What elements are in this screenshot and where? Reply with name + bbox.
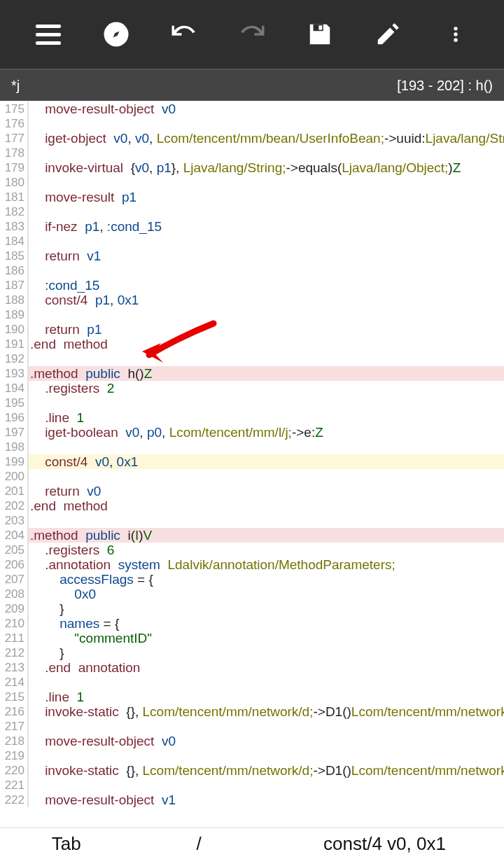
code-line[interactable]: 217 xyxy=(0,719,504,734)
code-line[interactable]: 221 xyxy=(0,778,504,792)
code-line[interactable]: 204.method public i(I)V xyxy=(0,528,504,543)
code-content[interactable]: move-result p1 xyxy=(28,190,504,204)
code-line[interactable]: 191.end method xyxy=(0,337,504,351)
code-line[interactable]: 186 xyxy=(0,263,504,278)
code-line[interactable]: 211 "commentID" xyxy=(0,631,504,645)
code-line[interactable]: 219 xyxy=(0,748,504,763)
code-line[interactable]: 220 invoke-static {}, Lcom/tencent/mm/ne… xyxy=(0,763,504,778)
code-line[interactable]: 188 const/4 p1, 0x1 xyxy=(0,293,504,307)
code-line[interactable]: 218 move-result-object v0 xyxy=(0,734,504,748)
code-line[interactable]: 195 xyxy=(0,396,504,410)
code-content[interactable]: .line 1 xyxy=(28,410,504,425)
code-line[interactable]: 183 if-nez p1, :cond_15 xyxy=(0,219,504,234)
code-content[interactable] xyxy=(28,778,504,792)
redo-button[interactable] xyxy=(218,20,286,49)
code-line[interactable]: 210 names = { xyxy=(0,616,504,631)
code-content[interactable]: iget-object v0, v0, Lcom/tencent/mm/bean… xyxy=(28,131,504,146)
code-content[interactable]: const/4 p1, 0x1 xyxy=(28,293,504,307)
overflow-menu-button[interactable] xyxy=(422,21,490,48)
code-line[interactable]: 189 xyxy=(0,307,504,322)
code-line[interactable]: 176 xyxy=(0,116,504,131)
code-content[interactable]: return v0 xyxy=(28,484,504,498)
code-line[interactable]: 209 } xyxy=(0,601,504,616)
code-line[interactable]: 193.method public h()Z xyxy=(0,366,504,381)
code-line[interactable]: 194 .registers 2 xyxy=(0,381,504,396)
code-line[interactable]: 197 iget-boolean v0, p0, Lcom/tencent/mm… xyxy=(0,425,504,440)
code-content[interactable] xyxy=(28,396,504,410)
code-content[interactable]: .end method xyxy=(28,337,504,351)
code-line[interactable]: 179 invoke-virtual {v0, p1}, Ljava/lang/… xyxy=(0,160,504,175)
code-line[interactable]: 185 return v1 xyxy=(0,249,504,263)
code-content[interactable]: } xyxy=(28,645,504,660)
code-content[interactable] xyxy=(28,146,504,160)
code-content[interactable]: move-result-object v0 xyxy=(28,102,504,116)
compass-icon[interactable] xyxy=(82,20,150,49)
code-line[interactable]: 214 xyxy=(0,675,504,690)
code-content[interactable] xyxy=(28,307,504,322)
code-line[interactable]: 215 .line 1 xyxy=(0,690,504,704)
slash-key-button[interactable]: / xyxy=(132,833,265,855)
code-line[interactable]: 200 xyxy=(0,469,504,484)
code-content[interactable]: .end annotation xyxy=(28,660,504,675)
code-line[interactable]: 177 iget-object v0, v0, Lcom/tencent/mm/… xyxy=(0,131,504,146)
code-content[interactable]: :cond_15 xyxy=(28,278,504,293)
code-content[interactable] xyxy=(28,440,504,454)
code-content[interactable]: invoke-virtual {v0, p1}, Ljava/lang/Stri… xyxy=(28,160,504,175)
code-content[interactable] xyxy=(28,748,504,763)
code-content[interactable]: .annotation system Ldalvik/annotation/Me… xyxy=(28,557,504,572)
code-line[interactable]: 187 :cond_15 xyxy=(0,278,504,293)
code-content[interactable] xyxy=(28,116,504,131)
code-line[interactable]: 213 .end annotation xyxy=(0,660,504,675)
code-content[interactable]: return p1 xyxy=(28,322,504,337)
menu-button[interactable] xyxy=(14,25,82,45)
code-content[interactable] xyxy=(28,469,504,484)
code-content[interactable]: .method public h()Z xyxy=(28,366,504,381)
code-line[interactable]: 199 const/4 v0, 0x1 xyxy=(0,454,504,469)
code-content[interactable]: if-nez p1, :cond_15 xyxy=(28,219,504,234)
edit-button[interactable] xyxy=(354,21,422,48)
code-line[interactable]: 184 xyxy=(0,234,504,249)
code-content[interactable]: invoke-static {}, Lcom/tencent/mm/networ… xyxy=(28,763,504,778)
code-line[interactable]: 178 xyxy=(0,146,504,160)
code-line[interactable]: 222 move-result-object v1 xyxy=(0,792,504,807)
code-line[interactable]: 182 xyxy=(0,204,504,219)
code-content[interactable] xyxy=(28,513,504,528)
code-content[interactable] xyxy=(28,175,504,190)
undo-button[interactable] xyxy=(150,20,218,49)
code-line[interactable]: 203 xyxy=(0,513,504,528)
code-content[interactable]: move-result-object v0 xyxy=(28,734,504,748)
code-line[interactable]: 181 move-result p1 xyxy=(0,190,504,204)
code-content[interactable]: accessFlags = { xyxy=(28,572,504,587)
code-content[interactable]: 0x0 xyxy=(28,587,504,601)
code-content[interactable]: return v1 xyxy=(28,249,504,263)
code-content[interactable]: .registers 2 xyxy=(28,381,504,396)
save-button[interactable] xyxy=(286,21,354,48)
code-line[interactable]: 190 return p1 xyxy=(0,322,504,337)
code-line[interactable]: 216 invoke-static {}, Lcom/tencent/mm/ne… xyxy=(0,704,504,719)
code-content[interactable]: } xyxy=(28,601,504,616)
code-content[interactable]: iget-boolean v0, p0, Lcom/tencent/mm/l/j… xyxy=(28,425,504,440)
code-line[interactable]: 180 xyxy=(0,175,504,190)
code-line[interactable]: 212 } xyxy=(0,645,504,660)
code-line[interactable]: 192 xyxy=(0,351,504,366)
code-line[interactable]: 205 .registers 6 xyxy=(0,543,504,557)
code-content[interactable]: const/4 v0, 0x1 xyxy=(28,454,504,469)
code-content[interactable] xyxy=(28,204,504,219)
code-line[interactable]: 207 accessFlags = { xyxy=(0,572,504,587)
code-line[interactable]: 196 .line 1 xyxy=(0,410,504,425)
code-content[interactable] xyxy=(28,719,504,734)
code-line[interactable]: 201 return v0 xyxy=(0,484,504,498)
code-content[interactable]: names = { xyxy=(28,616,504,631)
code-editor[interactable]: 175 move-result-object v0176177 iget-obj… xyxy=(0,102,504,828)
code-line[interactable]: 175 move-result-object v0 xyxy=(0,102,504,116)
code-content[interactable]: .registers 6 xyxy=(28,543,504,557)
code-line[interactable]: 202.end method xyxy=(0,498,504,513)
code-content[interactable] xyxy=(28,263,504,278)
tab-key-button[interactable]: Tab xyxy=(0,833,132,855)
code-content[interactable]: .end method xyxy=(28,498,504,513)
code-content[interactable] xyxy=(28,234,504,249)
code-content[interactable] xyxy=(28,351,504,366)
code-content[interactable]: .method public i(I)V xyxy=(28,528,504,543)
code-content[interactable]: "commentID" xyxy=(28,631,504,645)
code-line[interactable]: 208 0x0 xyxy=(0,587,504,601)
